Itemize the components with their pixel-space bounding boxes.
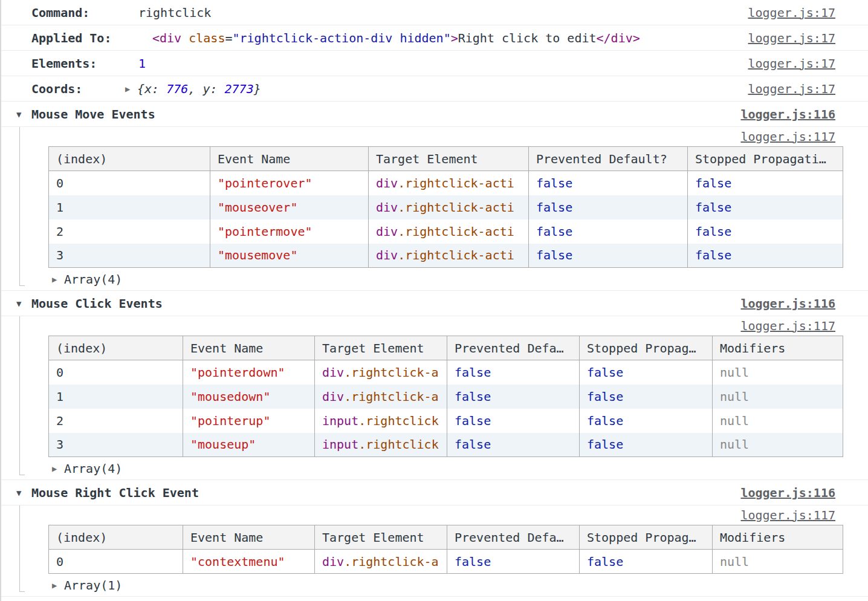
table-message-link-row: logger.js:117 [1,505,868,525]
target-tag: input [322,437,358,452]
column-header-stopped-propagation[interactable]: Stopped Propag… [580,525,713,550]
column-header-target-element[interactable]: Target Element [315,525,447,550]
group-header[interactable]: ▼ Mouse Right Click Event logger.js:116 [1,480,868,505]
cell-prevented-default: false [447,385,580,409]
source-link[interactable]: logger.js:117 [740,508,835,522]
group-header[interactable]: ▼ Mouse Click Events logger.js:116 [1,291,868,316]
collapse-triangle-icon[interactable]: ▼ [16,299,31,308]
applied-to-label: Applied To: [31,31,138,45]
group-indent-guide [19,505,20,592]
table-header-row: (index) Event Name Target Element Preven… [49,525,843,550]
cell-modifiers: null [713,385,843,409]
cell-stopped-propagation: false [580,409,713,433]
group-title: Mouse Move Events [31,107,155,122]
table-row: 2 "pointermove" div.rightclick-acti fals… [49,219,843,244]
group-body: logger.js:117 (index) Event Name Target … [1,127,868,291]
array-preview-label[interactable]: Array(1) [64,578,122,593]
cell-index: 3 [49,244,210,268]
column-header-modifiers[interactable]: Modifiers [713,336,843,360]
column-header-event-name[interactable]: Event Name [183,336,315,360]
cell-index: 0 [49,550,183,574]
source-link[interactable]: logger.js:116 [740,107,835,122]
source-link[interactable]: logger.js:17 [748,31,836,45]
target-tag: div [376,176,398,190]
cell-target-element: input.rightclick [315,433,447,457]
expand-triangle-icon[interactable]: ▶ [52,464,64,473]
table-row: 1 "mouseover" div.rightclick-acti false … [49,195,843,219]
column-header-stopped-propagation[interactable]: Stopped Propagati… [688,147,843,171]
element-inner-text: Right click to edit [458,31,597,45]
cell-stopped-propagation: false [688,171,843,195]
column-header-stopped-propagation[interactable]: Stopped Propag… [580,336,713,360]
table-message-link-row: logger.js:117 [1,316,868,336]
cell-index: 2 [49,409,183,433]
array-preview-label[interactable]: Array(4) [64,461,122,476]
source-link[interactable]: logger.js:17 [748,56,836,71]
group-indent-guide [19,316,20,475]
group-body: logger.js:117 (index) Event Name Target … [1,505,868,597]
column-header-modifiers[interactable]: Modifiers [713,525,843,550]
source-link[interactable]: logger.js:116 [740,296,835,311]
source-link[interactable]: logger.js:17 [748,5,836,20]
console-table: (index) Event Name Target Element Preven… [48,525,843,574]
command-value: rightclick [138,5,211,20]
cell-prevented-default: false [529,195,688,219]
group-title: Mouse Right Click Event [31,486,199,500]
source-link[interactable]: logger.js:117 [740,129,835,144]
collapse-triangle-icon[interactable]: ▼ [16,488,31,498]
column-header-index[interactable]: (index) [49,147,210,171]
cell-modifiers: null [713,550,843,574]
element-tag-open: <div [152,31,181,45]
source-link[interactable]: logger.js:116 [740,486,835,500]
table-row: 3 "mousemove" div.rightclick-acti false … [49,244,843,268]
cell-prevented-default: false [447,550,580,574]
source-link[interactable]: logger.js:17 [748,82,836,96]
column-header-index[interactable]: (index) [49,525,183,550]
column-header-prevented-default[interactable]: Prevented Defa… [447,525,580,550]
coords-y-value: 2773 [225,82,254,96]
cell-stopped-propagation: false [580,360,713,385]
collapse-triangle-icon[interactable]: ▼ [16,109,31,119]
console-group-mouse-move-events: ▼ Mouse Move Events logger.js:116 logger… [1,102,868,291]
cell-index: 0 [49,360,183,385]
console-row-applied-to: Applied To: <div class="rightclick-actio… [1,25,868,51]
cell-index: 3 [49,433,183,457]
target-tag: div [376,200,398,215]
source-link[interactable]: logger.js:117 [740,319,835,333]
column-header-index[interactable]: (index) [49,336,183,360]
command-label: Command: [31,5,138,20]
table-row: 0 "contextmenu" div.rightclick-a false f… [49,550,843,574]
target-classes: .rightclick-a [344,554,439,569]
group-header[interactable]: ▼ Mouse Move Events logger.js:116 [1,102,868,127]
coords-object-preview[interactable]: {x: 776, y: 2773} [137,82,261,96]
table-header-row: (index) Event Name Target Element Preven… [49,336,843,360]
table-message-link-row: logger.js:117 [1,127,868,146]
cell-index: 0 [49,171,210,195]
cell-target-element: input.rightclick [315,409,447,433]
column-header-target-element[interactable]: Target Element [369,147,529,171]
column-header-event-name[interactable]: Event Name [210,147,369,171]
expand-triangle-icon[interactable]: ▶ [52,275,64,284]
applied-to-element-preview[interactable]: <div class="rightclick-action-div hidden… [152,31,640,45]
column-header-target-element[interactable]: Target Element [315,336,447,360]
cell-event-name: "mouseover" [210,195,369,219]
cell-modifiers: null [713,360,843,385]
cell-event-name: "pointerdown" [183,360,315,385]
target-classes: .rightclick-acti [398,176,514,190]
console-row-elements: Elements: 1 logger.js:17 [1,51,868,76]
target-classes: .rightclick [358,414,438,428]
column-header-prevented-default[interactable]: Prevented Default? [529,147,688,171]
cell-index: 1 [49,195,210,219]
cell-target-element: div.rightclick-a [315,360,447,385]
element-attr-value: "rightclick-action-div hidden" [232,31,450,45]
group-title: Mouse Click Events [31,296,163,311]
array-preview-label[interactable]: Array(4) [64,272,122,287]
expand-triangle-icon[interactable]: ▶ [125,84,137,94]
table-row: 3 "mouseup" input.rightclick false false… [49,433,843,457]
target-tag: input [322,414,358,428]
column-header-event-name[interactable]: Event Name [183,525,315,550]
expand-triangle-icon[interactable]: ▶ [52,580,64,590]
group-indent-guide [19,127,20,286]
column-header-prevented-default[interactable]: Prevented Defa… [447,336,580,360]
coords-label: Coords: [31,82,125,96]
